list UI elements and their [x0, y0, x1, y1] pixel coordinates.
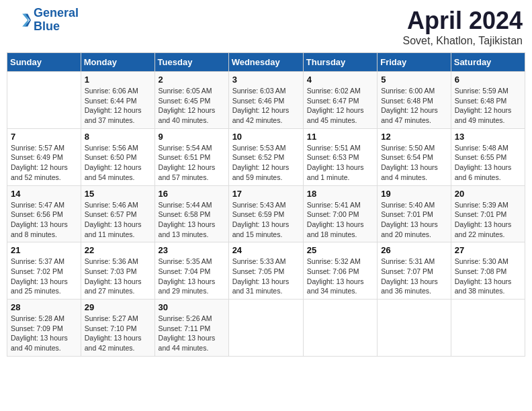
day-info: Sunrise: 5:40 AM Sunset: 7:01 PM Dayligh… — [381, 200, 447, 240]
calendar-cell: 23Sunrise: 5:35 AM Sunset: 7:04 PM Dayli… — [154, 242, 228, 300]
day-number: 9 — [159, 132, 225, 142]
calendar-cell: 11Sunrise: 5:51 AM Sunset: 6:53 PM Dayli… — [303, 128, 377, 185]
calendar-week-row: 7Sunrise: 5:57 AM Sunset: 6:49 PM Daylig… — [7, 128, 525, 185]
main-title: April 2024 — [403, 7, 523, 35]
day-info: Sunrise: 5:36 AM Sunset: 7:03 PM Dayligh… — [85, 257, 151, 296]
calendar-cell: 6Sunrise: 5:59 AM Sunset: 6:48 PM Daylig… — [451, 72, 525, 129]
calendar-cell: 21Sunrise: 5:37 AM Sunset: 7:02 PM Dayli… — [7, 242, 81, 300]
weekday-header-wednesday: Wednesday — [228, 53, 303, 72]
day-info: Sunrise: 5:50 AM Sunset: 6:54 PM Dayligh… — [381, 143, 447, 183]
day-number: 14 — [11, 189, 77, 199]
day-number: 25 — [307, 245, 373, 255]
day-info: Sunrise: 5:47 AM Sunset: 6:56 PM Dayligh… — [11, 200, 77, 240]
calendar-cell: 29Sunrise: 5:27 AM Sunset: 7:10 PM Dayli… — [81, 300, 154, 357]
day-number: 10 — [232, 132, 300, 142]
calendar-cell: 14Sunrise: 5:47 AM Sunset: 6:56 PM Dayli… — [7, 185, 81, 242]
page-header: General Blue April 2024 Sovet, Khatlon, … — [7, 7, 525, 47]
day-info: Sunrise: 5:31 AM Sunset: 7:07 PM Dayligh… — [381, 257, 447, 296]
weekday-header-tuesday: Tuesday — [154, 53, 228, 72]
calendar-cell — [228, 300, 303, 357]
day-info: Sunrise: 5:56 AM Sunset: 6:50 PM Dayligh… — [85, 143, 151, 183]
day-number: 19 — [381, 189, 447, 199]
calendar-cell — [378, 300, 451, 357]
day-number: 3 — [232, 75, 300, 85]
day-info: Sunrise: 5:44 AM Sunset: 6:58 PM Dayligh… — [159, 200, 225, 240]
calendar-cell — [451, 300, 525, 357]
day-info: Sunrise: 5:48 AM Sunset: 6:55 PM Dayligh… — [455, 143, 521, 183]
day-number: 7 — [11, 132, 77, 142]
day-number: 11 — [307, 132, 373, 142]
calendar-cell: 20Sunrise: 5:39 AM Sunset: 7:01 PM Dayli… — [451, 185, 525, 242]
calendar-cell: 3Sunrise: 6:03 AM Sunset: 6:46 PM Daylig… — [228, 72, 303, 129]
day-number: 1 — [85, 75, 151, 85]
calendar-cell: 15Sunrise: 5:46 AM Sunset: 6:57 PM Dayli… — [81, 185, 154, 242]
day-info: Sunrise: 6:03 AM Sunset: 6:46 PM Dayligh… — [232, 86, 300, 126]
day-number: 18 — [307, 189, 373, 199]
day-number: 4 — [307, 75, 373, 85]
day-number: 24 — [232, 245, 300, 255]
calendar-cell: 13Sunrise: 5:48 AM Sunset: 6:55 PM Dayli… — [451, 128, 525, 185]
day-number: 15 — [85, 189, 151, 199]
day-number: 12 — [381, 132, 447, 142]
calendar-cell: 24Sunrise: 5:33 AM Sunset: 7:05 PM Dayli… — [228, 242, 303, 300]
day-info: Sunrise: 5:54 AM Sunset: 6:51 PM Dayligh… — [159, 143, 225, 183]
calendar-cell: 2Sunrise: 6:05 AM Sunset: 6:45 PM Daylig… — [154, 72, 228, 129]
day-number: 22 — [85, 245, 151, 255]
day-number: 5 — [381, 75, 447, 85]
day-info: Sunrise: 5:33 AM Sunset: 7:05 PM Dayligh… — [232, 257, 300, 296]
calendar-cell: 7Sunrise: 5:57 AM Sunset: 6:49 PM Daylig… — [7, 128, 81, 185]
day-info: Sunrise: 5:39 AM Sunset: 7:01 PM Dayligh… — [455, 200, 521, 240]
calendar-header-row: SundayMondayTuesdayWednesdayThursdayFrid… — [7, 53, 525, 72]
calendar-cell: 22Sunrise: 5:36 AM Sunset: 7:03 PM Dayli… — [81, 242, 154, 300]
logo-icon — [9, 9, 31, 31]
calendar-week-row: 14Sunrise: 5:47 AM Sunset: 6:56 PM Dayli… — [7, 185, 525, 242]
day-info: Sunrise: 6:06 AM Sunset: 6:44 PM Dayligh… — [85, 86, 151, 126]
day-info: Sunrise: 5:59 AM Sunset: 6:48 PM Dayligh… — [455, 86, 521, 126]
calendar-cell: 16Sunrise: 5:44 AM Sunset: 6:58 PM Dayli… — [154, 185, 228, 242]
day-number: 26 — [381, 245, 447, 255]
calendar-cell: 25Sunrise: 5:32 AM Sunset: 7:06 PM Dayli… — [303, 242, 377, 300]
day-number: 13 — [455, 132, 521, 142]
day-number: 17 — [232, 189, 300, 199]
calendar-cell — [303, 300, 377, 357]
location-subtitle: Sovet, Khatlon, Tajikistan — [403, 35, 523, 47]
day-info: Sunrise: 6:00 AM Sunset: 6:48 PM Dayligh… — [381, 86, 447, 126]
weekday-header-monday: Monday — [81, 53, 154, 72]
weekday-header-friday: Friday — [378, 53, 451, 72]
day-info: Sunrise: 5:53 AM Sunset: 6:52 PM Dayligh… — [232, 143, 300, 183]
calendar-table: SundayMondayTuesdayWednesdayThursdayFrid… — [7, 52, 525, 357]
day-info: Sunrise: 5:26 AM Sunset: 7:11 PM Dayligh… — [159, 314, 225, 353]
day-number: 28 — [11, 302, 77, 312]
calendar-cell: 12Sunrise: 5:50 AM Sunset: 6:54 PM Dayli… — [378, 128, 451, 185]
day-info: Sunrise: 5:41 AM Sunset: 7:00 PM Dayligh… — [307, 200, 373, 240]
calendar-cell: 19Sunrise: 5:40 AM Sunset: 7:01 PM Dayli… — [378, 185, 451, 242]
day-number: 29 — [85, 302, 151, 312]
day-number: 20 — [455, 189, 521, 199]
day-info: Sunrise: 5:46 AM Sunset: 6:57 PM Dayligh… — [85, 200, 151, 240]
calendar-week-row: 21Sunrise: 5:37 AM Sunset: 7:02 PM Dayli… — [7, 242, 525, 300]
calendar-cell: 1Sunrise: 6:06 AM Sunset: 6:44 PM Daylig… — [81, 72, 154, 129]
calendar-cell: 28Sunrise: 5:28 AM Sunset: 7:09 PM Dayli… — [7, 300, 81, 357]
day-number: 2 — [159, 75, 225, 85]
calendar-cell: 27Sunrise: 5:30 AM Sunset: 7:08 PM Dayli… — [451, 242, 525, 300]
day-number: 23 — [159, 245, 225, 255]
day-info: Sunrise: 6:02 AM Sunset: 6:47 PM Dayligh… — [307, 86, 373, 126]
calendar-week-row: 1Sunrise: 6:06 AM Sunset: 6:44 PM Daylig… — [7, 72, 525, 129]
calendar-cell: 4Sunrise: 6:02 AM Sunset: 6:47 PM Daylig… — [303, 72, 377, 129]
day-number: 8 — [85, 132, 151, 142]
day-info: Sunrise: 5:37 AM Sunset: 7:02 PM Dayligh… — [11, 257, 77, 296]
weekday-header-sunday: Sunday — [7, 53, 81, 72]
logo-text: General Blue — [34, 7, 79, 34]
day-number: 16 — [159, 189, 225, 199]
calendar-cell: 26Sunrise: 5:31 AM Sunset: 7:07 PM Dayli… — [378, 242, 451, 300]
day-info: Sunrise: 5:30 AM Sunset: 7:08 PM Dayligh… — [455, 257, 521, 296]
day-info: Sunrise: 5:43 AM Sunset: 6:59 PM Dayligh… — [232, 200, 300, 240]
calendar-cell: 10Sunrise: 5:53 AM Sunset: 6:52 PM Dayli… — [228, 128, 303, 185]
day-info: Sunrise: 5:27 AM Sunset: 7:10 PM Dayligh… — [85, 314, 151, 353]
day-info: Sunrise: 6:05 AM Sunset: 6:45 PM Dayligh… — [159, 86, 225, 126]
calendar-cell: 9Sunrise: 5:54 AM Sunset: 6:51 PM Daylig… — [154, 128, 228, 185]
calendar-cell: 18Sunrise: 5:41 AM Sunset: 7:00 PM Dayli… — [303, 185, 377, 242]
title-block: April 2024 Sovet, Khatlon, Tajikistan — [403, 7, 523, 47]
day-info: Sunrise: 5:51 AM Sunset: 6:53 PM Dayligh… — [307, 143, 373, 183]
day-number: 6 — [455, 75, 521, 85]
